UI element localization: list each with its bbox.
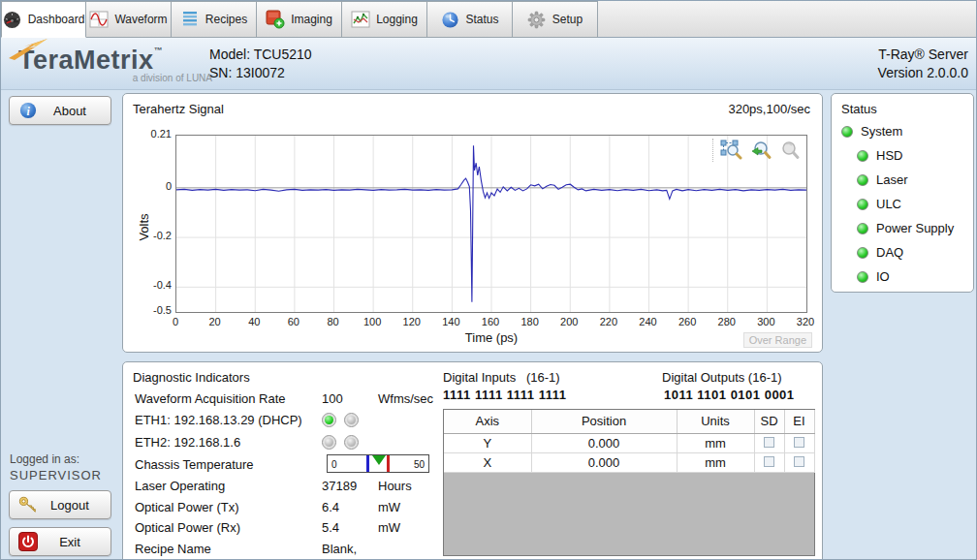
x-tick-label: 180	[516, 316, 545, 327]
x-tick-label: 120	[397, 316, 426, 327]
tab-label: Imaging	[291, 13, 332, 26]
device-info: Model: TCU5210 SN: 13I0072	[209, 46, 312, 82]
status-item-label: System	[861, 124, 902, 139]
col-sd: SD	[754, 410, 784, 433]
axis-table-row: X0.000mm	[444, 452, 814, 472]
signal-plot[interactable]	[175, 135, 807, 313]
col-position: Position	[531, 410, 677, 433]
status-item-label: ULC	[876, 197, 901, 211]
optical-rx-value: 5.4	[322, 520, 339, 535]
status-panel-title: Status	[841, 102, 877, 116]
recipe-name-value: Blank,	[322, 542, 357, 556]
x-tick-label: 40	[239, 316, 268, 327]
status-item-power-supply: Power Supply	[841, 216, 967, 240]
status-led	[857, 247, 868, 259]
col-axis: Axis	[444, 410, 531, 433]
exit-button[interactable]: Exit	[9, 527, 111, 556]
status-item-hsd: HSD	[841, 143, 967, 168]
zoom-region-icon[interactable]	[719, 139, 744, 162]
tab-label: Dashboard	[28, 13, 85, 26]
diagnostics-panel: Diagnostic Indicators Waveform Acquisiti…	[122, 361, 823, 560]
status-item-label: Power Supply	[876, 221, 954, 235]
optical-tx-unit: mW	[378, 500, 400, 514]
tab-label: Waveform	[114, 13, 167, 26]
app-window: Dashboard Waveform Recipes Imaging Loggi…	[0, 0, 977, 560]
exit-label: Exit	[39, 535, 101, 549]
log-chart-icon	[351, 10, 370, 29]
tab-bar: Dashboard Waveform Recipes Imaging Loggi…	[1, 1, 977, 38]
waveform-rate-value: 100	[322, 391, 343, 406]
sd-checkbox[interactable]	[764, 456, 774, 467]
optical-tx-value: 6.4	[322, 500, 339, 514]
ei-checkbox[interactable]	[794, 456, 804, 467]
x-tick-label: 80	[319, 316, 348, 327]
logout-button[interactable]: Logout	[9, 490, 111, 519]
x-tick-label: 140	[436, 316, 465, 327]
x-tick-label: 300	[751, 316, 780, 327]
axis-cell: X	[444, 452, 531, 472]
eth1-label: ETH1: 192.168.13.29 (DHCP)	[135, 413, 302, 427]
optical-tx-label: Optical Power (Tx)	[135, 500, 239, 514]
tab-logging[interactable]: Logging	[342, 1, 427, 38]
gauge-low-marker	[366, 455, 369, 472]
axis-cell: Y	[444, 433, 531, 452]
status-item-label: HSD	[876, 148, 902, 163]
axis-table-header: Axis Position Units SD EI	[444, 410, 814, 433]
x-axis-label: Time (ps)	[175, 330, 807, 345]
zoom-undo-icon[interactable]	[748, 139, 773, 162]
tab-label: Status	[465, 13, 498, 26]
y-tick-label: 0	[129, 180, 172, 192]
eth2-led-2	[344, 435, 359, 450]
status-led	[857, 150, 868, 162]
position-cell: 0.000	[531, 433, 677, 452]
x-tick-label: 260	[673, 316, 702, 327]
recipe-name-label: Recipe Name	[135, 542, 211, 556]
tab-status[interactable]: Status	[427, 1, 513, 38]
tab-dashboard[interactable]: Dashboard	[1, 1, 86, 38]
sd-checkbox[interactable]	[764, 437, 774, 448]
about-button[interactable]: i About	[9, 96, 111, 125]
y-tick-label: -0.4	[129, 279, 172, 291]
eth1-leds	[322, 413, 359, 427]
chassis-temp-gauge: 0 50	[327, 454, 429, 473]
gauge-high-marker	[387, 455, 390, 472]
gauge-max: 50	[414, 459, 425, 470]
status-item-system: System	[841, 119, 967, 143]
x-tick-label: 220	[594, 316, 623, 327]
serial-label: SN: 13I0072	[209, 64, 312, 82]
tab-imaging[interactable]: Imaging	[257, 1, 342, 38]
over-range-indicator: Over Range	[743, 332, 812, 348]
tab-setup[interactable]: Setup	[513, 1, 598, 38]
digital-inputs-title: Digital Inputs (16-1)	[443, 370, 560, 385]
units-cell: mm	[677, 452, 754, 472]
tab-label: Recipes	[205, 13, 247, 26]
eth2-led-1	[322, 435, 336, 450]
laser-operating-value: 37189	[322, 479, 357, 493]
chart-title: Terahertz Signal	[133, 102, 224, 116]
y-tick-label: -0.2	[129, 230, 172, 241]
tab-recipes[interactable]: Recipes	[172, 1, 257, 38]
zoom-disabled-icon	[777, 139, 803, 162]
laser-operating-label: Laser Operating	[135, 479, 225, 493]
ei-checkbox[interactable]	[794, 437, 804, 448]
col-units: Units	[677, 410, 754, 433]
tab-waveform[interactable]: Waveform	[86, 1, 172, 38]
x-tick-label: 320	[791, 316, 820, 327]
optical-rx-label: Optical Power (Rx)	[135, 520, 240, 535]
header-band: TeraMetrix™ a division of LUNA Model: TC…	[1, 38, 977, 90]
status-led	[841, 126, 853, 138]
gauge-icon	[3, 10, 22, 29]
status-item-label: Laser	[876, 172, 908, 187]
units-cell: mm	[677, 433, 754, 452]
status-item-daq: DAQ	[841, 240, 967, 264]
logout-label: Logout	[39, 498, 101, 513]
status-item-label: DAQ	[876, 245, 903, 260]
eth2-label: ETH2: 192.168.1.6	[135, 435, 240, 450]
status-led	[857, 174, 868, 186]
model-label: Model: TCU5210	[209, 46, 312, 64]
eth1-led-1	[322, 413, 336, 427]
version-info: T-Ray® Server Version 2.0.0.0	[878, 46, 968, 82]
status-led	[857, 199, 868, 210]
axis-table: Axis Position Units SD EI Y0.000mmX0.000…	[443, 409, 815, 556]
x-tick-label: 280	[712, 316, 741, 327]
